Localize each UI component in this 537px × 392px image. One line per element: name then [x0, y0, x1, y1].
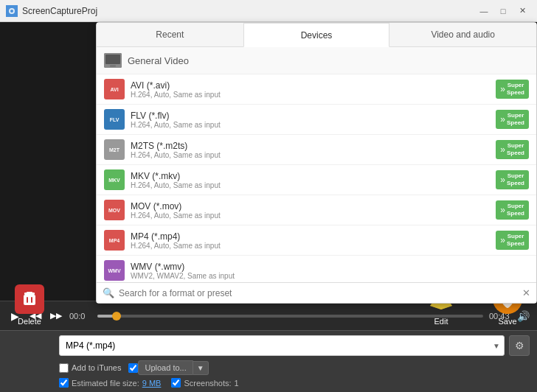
maximize-button[interactable]: □: [494, 4, 512, 18]
format-info-avi: AVI (*.avi) H.264, Auto, Same as input: [131, 80, 490, 99]
section-title: General Video: [128, 55, 189, 66]
svg-point-2: [10, 10, 13, 13]
dropdown-content: General Video AVI AVI (*.avi) H.264, Aut…: [97, 47, 536, 282]
format-icon-flv: FLV: [104, 109, 125, 130]
search-clear-icon[interactable]: ✕: [522, 287, 530, 298]
search-bar: 🔍 ✕: [97, 282, 536, 303]
format-item-mov[interactable]: MOV MOV (*.mov) H.264, Auto, Same as inp…: [97, 195, 536, 225]
file-size-checkbox[interactable]: [59, 378, 69, 388]
super-speed-button-mov[interactable]: » SuperSpeed: [496, 200, 529, 219]
super-speed-button-mp4[interactable]: » SuperSpeed: [496, 231, 529, 249]
format-select[interactable]: MP4 (*.mp4) AVI (*.avi) MKV (*.mkv): [59, 335, 505, 356]
super-speed-arrows-icon: »: [500, 114, 505, 125]
close-button[interactable]: ✕: [513, 4, 531, 18]
format-item-wmv[interactable]: WMV WMV (*.wmv) WMV2, WMAV2, Same as inp…: [97, 256, 536, 282]
tab-devices[interactable]: Devices: [243, 23, 390, 47]
super-speed-arrows-icon: »: [500, 84, 505, 94]
super-speed-label: SuperSpeed: [507, 172, 524, 186]
super-speed-button-flv[interactable]: » SuperSpeed: [496, 110, 529, 128]
format-info-flv: FLV (*.flv) H.264, Auto, Same as input: [131, 111, 490, 129]
tab-recent[interactable]: Recent: [97, 23, 243, 46]
format-item-mkv[interactable]: MKV MKV (*.mkv) H.264, Auto, Same as inp…: [97, 165, 536, 195]
minimize-button[interactable]: —: [475, 4, 493, 18]
format-info-mkv: MKV (*.mkv) H.264, Auto, Same as input: [131, 171, 490, 189]
format-desc-flv: H.264, Auto, Same as input: [131, 121, 490, 129]
playback-bar: ▶ ◀◀ ▶▶ 00:0 00:43 🔊: [0, 301, 537, 330]
svg-rect-13: [105, 55, 120, 64]
upload-to-button[interactable]: Upload to...: [138, 360, 193, 375]
super-speed-label: SuperSpeed: [507, 203, 524, 217]
svg-rect-4: [27, 292, 32, 293]
add-to-itunes-label[interactable]: Add to iTunes: [59, 363, 121, 373]
super-speed-arrows-icon: »: [500, 235, 505, 245]
super-speed-label: SuperSpeed: [507, 142, 524, 156]
progress-bar[interactable]: [97, 315, 483, 318]
svg-rect-6: [27, 297, 28, 303]
section-header: General Video: [97, 47, 536, 74]
format-row: Delete MP4 (*.mp4) AVI (*.avi) MKV (*.mk…: [7, 335, 530, 356]
title-bar: ScreenCaptureProj — □ ✕: [0, 0, 537, 22]
window-controls: — □ ✕: [475, 4, 531, 18]
screenshots-label: Screenshots:: [184, 379, 231, 388]
super-speed-label: SuperSpeed: [507, 82, 524, 96]
format-name-mp4: MP4 (*.mp4): [131, 231, 490, 242]
file-size-link[interactable]: 9 MB: [142, 379, 162, 388]
super-speed-label: SuperSpeed: [507, 112, 524, 126]
file-size-row: Estimated file size: 9 MB Screenshots: 1: [59, 378, 530, 388]
progress-thumb: [112, 312, 121, 321]
format-info-wmv: WMV (*.wmv) WMV2, WMAV2, Same as input: [131, 262, 529, 280]
format-item-mp4[interactable]: MP4 MP4 (*.mp4) H.264, Auto, Same as inp…: [97, 225, 536, 256]
section-icon: [104, 53, 122, 68]
format-info-m2ts: M2TS (*.m2ts) H.264, Auto, Same as input: [131, 141, 490, 159]
screenshots-checkbox[interactable]: [171, 378, 181, 388]
super-speed-button-avi[interactable]: » SuperSpeed: [496, 80, 529, 98]
format-list: AVI AVI (*.avi) H.264, Auto, Same as inp…: [97, 74, 536, 282]
svg-rect-5: [24, 295, 35, 305]
format-icon-m2ts: M2T: [104, 139, 125, 160]
format-icon-mp4: MP4: [104, 230, 125, 251]
svg-rect-14: [110, 65, 116, 67]
delete-button[interactable]: [15, 284, 44, 314]
upload-button-group: Upload to... ▼: [128, 360, 208, 375]
search-input[interactable]: [119, 288, 518, 298]
delete-label: Delete: [18, 317, 41, 326]
add-to-itunes-checkbox[interactable]: [59, 363, 69, 373]
format-name-flv: FLV (*.flv): [131, 111, 490, 121]
forward-button[interactable]: ▶▶: [49, 311, 63, 321]
svg-rect-7: [31, 297, 32, 303]
format-item-m2ts[interactable]: M2T M2TS (*.m2ts) H.264, Auto, Same as i…: [97, 135, 536, 165]
format-desc-mkv: H.264, Auto, Same as input: [131, 181, 490, 189]
format-icon-avi: AVI: [104, 79, 125, 99]
format-desc-avi: H.264, Auto, Same as input: [131, 91, 490, 99]
super-speed-button-m2ts[interactable]: » SuperSpeed: [496, 140, 529, 158]
settings-button[interactable]: ⚙: [509, 335, 530, 356]
format-name-mkv: MKV (*.mkv): [131, 171, 490, 181]
dropdown-tabs: Recent Devices Video and audio: [97, 23, 536, 47]
estimated-label: Estimated file size:: [72, 379, 139, 388]
format-dropdown: Recent Devices Video and audio General V…: [96, 22, 537, 304]
format-select-wrap: MP4 (*.mp4) AVI (*.avi) MKV (*.mkv) ▼: [59, 335, 505, 356]
format-desc-wmv: WMV2, WMAV2, Same as input: [131, 272, 529, 280]
super-speed-button-mkv[interactable]: » SuperSpeed: [496, 170, 529, 189]
format-item-flv[interactable]: FLV FLV (*.flv) H.264, Auto, Same as inp…: [97, 105, 536, 135]
format-name-avi: AVI (*.avi): [131, 80, 490, 91]
search-icon: 🔍: [103, 287, 114, 298]
bottom-toolbar: Delete MP4 (*.mp4) AVI (*.avi) MKV (*.mk…: [0, 330, 537, 392]
tab-video-audio[interactable]: Video and audio: [389, 23, 536, 46]
super-speed-label: SuperSpeed: [507, 233, 524, 247]
super-speed-arrows-icon: »: [500, 205, 505, 215]
app-content: ▶ ◀◀ ▶▶ 00:0 00:43 🔊: [0, 22, 537, 392]
format-name-wmv: WMV (*.wmv): [131, 262, 529, 272]
app-window: ScreenCaptureProj — □ ✕ ▶ ◀◀ ▶▶ 00:0 00:…: [0, 0, 537, 392]
upload-dropdown-button[interactable]: ▼: [193, 361, 209, 375]
format-item-avi[interactable]: AVI AVI (*.avi) H.264, Auto, Same as inp…: [97, 74, 536, 105]
time-start: 00:0: [69, 312, 91, 321]
upload-checkbox[interactable]: [128, 363, 138, 373]
save-label: Save: [498, 317, 516, 326]
format-icon-mov: MOV: [104, 200, 125, 220]
screenshots-count: 1: [235, 379, 239, 388]
format-info-mp4: MP4 (*.mp4) H.264, Auto, Same as input: [131, 231, 490, 250]
format-info-mov: MOV (*.mov) H.264, Auto, Same as input: [131, 201, 490, 220]
format-desc-mp4: H.264, Auto, Same as input: [131, 242, 490, 250]
edit-label: Edit: [434, 317, 448, 326]
